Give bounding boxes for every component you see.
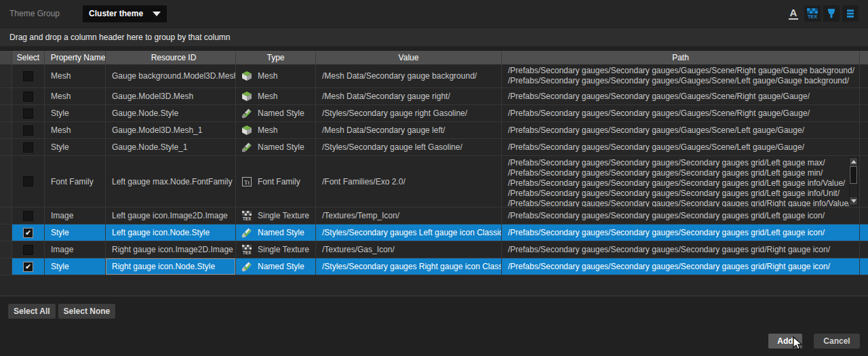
cell-resource-id[interactable]: Gauge.Node.Style_1 [106,139,236,155]
cell-type[interactable]: Mesh [236,64,316,87]
texture-icon[interactable]: TEX [804,5,821,22]
cell-property-name[interactable]: Style [45,224,106,241]
table-row[interactable]: Style Gauge.Node.Style Named Style /Styl… [0,105,868,122]
cell-type[interactable]: Mesh [236,88,316,104]
scrollbar-thumb[interactable] [850,166,857,184]
cell-type[interactable]: Named Style [236,224,316,241]
select-none-button[interactable]: Select None [58,304,116,319]
header-resource-id[interactable]: Resource ID [106,51,236,64]
cell-sliver [860,207,868,224]
header-corner [0,51,12,64]
scroll-down-icon[interactable] [850,197,857,205]
cell-path[interactable]: /Prefabs/Secondary gauges/Secondary gaug… [502,156,860,207]
cell-value[interactable]: /Font Families/Exo 2.0/ [316,156,502,207]
header-sliver [860,51,868,64]
style-icon[interactable] [823,5,840,22]
header-property-name[interactable]: Property Name [45,51,106,64]
cell-resource-id[interactable]: Left gauge max.Node.FontFamily [106,156,236,207]
table-row[interactable]: Style Right gauge icon.Node.Style Named … [0,258,868,275]
cell-path[interactable]: /Prefabs/Secondary gauges/Secondary gaug… [502,88,860,104]
table-row[interactable]: Style Gauge.Node.Style_1 Named Style /St… [0,139,868,156]
table-row[interactable]: Mesh Gauge.Model3D.Mesh Mesh /Mesh Data/… [0,88,868,105]
table-row[interactable]: Image Left gauge icon.Image2D.Image TEX … [0,207,868,224]
row-checkbox[interactable] [23,92,33,102]
row-checkbox[interactable] [23,245,33,255]
cell-property-name[interactable]: Mesh [45,122,106,138]
row-checkbox[interactable] [23,228,33,238]
cell-value[interactable]: /Styles/Secondary gauges Right gauge ico… [316,258,502,275]
row-checkbox[interactable] [23,71,33,81]
add-button[interactable]: Add [768,334,802,349]
header-select[interactable]: Select [12,51,45,64]
table-row[interactable]: Mesh Gauge background.Model3D.Mesh Mesh … [0,64,868,88]
cell-property-name[interactable]: Style [45,258,106,275]
font-icon[interactable]: A [785,5,802,22]
cell-value[interactable]: /Styles/Secondary gauge left Gasoline/ [316,139,502,155]
cell-property-name[interactable]: Font Family [45,156,106,207]
cell-property-name[interactable]: Mesh [45,64,106,87]
cell-path[interactable]: /Prefabs/Secondary gauges/Secondary gaug… [502,64,860,87]
cancel-button[interactable]: Cancel [814,334,860,349]
cell-resource-id[interactable]: Gauge background.Model3D.Mesh [106,64,236,87]
scroll-up-icon[interactable] [850,158,857,165]
cell-value[interactable]: /Textures/Gas_Icon/ [316,241,502,258]
cell-type[interactable]: Named Style [236,258,316,275]
cell-resource-id[interactable]: Right gauge icon.Image2D.Image [106,241,236,258]
table-row[interactable]: Style Left gauge icon.Node.Style Named S… [0,224,868,241]
cell-property-name[interactable]: Mesh [45,88,106,104]
cell-value[interactable]: /Textures/Temp_Icon/ [316,207,502,224]
cell-resource-id[interactable]: Gauge.Model3D.Mesh [106,88,236,104]
cell-type[interactable]: TEX Single Texture [236,241,316,258]
cell-resource-id[interactable]: Right gauge icon.Node.Style [106,258,236,275]
cell-type[interactable]: Mesh [236,122,316,138]
top-bar: Theme Group Cluster theme A TEX [0,0,868,27]
cell-resource-id[interactable]: Gauge.Model3D.Mesh_1 [106,122,236,138]
row-checkbox[interactable] [23,142,33,153]
theme-dropdown[interactable]: Cluster theme [83,5,167,22]
cell-path[interactable]: /Prefabs/Secondary gauges/Secondary gaug… [502,139,860,155]
cell-resource-id[interactable]: Left gauge icon.Image2D.Image [106,207,236,224]
list-icon[interactable] [842,5,859,22]
cell-type[interactable]: Tt Font Family [236,156,316,207]
header-path[interactable]: Path [502,51,860,64]
cell-value[interactable]: /Mesh Data/Secondary gauge left/ [316,122,502,138]
row-indicator [0,258,12,275]
row-indicator [0,88,12,104]
cell-type[interactable]: Named Style [236,139,316,155]
row-checkbox[interactable] [23,108,33,119]
cell-resource-id[interactable]: Gauge.Node.Style [106,105,236,121]
path-scrollbar[interactable] [849,157,858,205]
group-by-bar[interactable]: Drag and drop a column header here to gr… [0,27,868,46]
cell-type[interactable]: TEX Single Texture [236,207,316,224]
cell-property-name[interactable]: Image [45,207,106,224]
cell-path[interactable]: /Prefabs/Secondary gauges/Secondary gaug… [502,258,860,275]
table-row[interactable]: Font Family Left gauge max.Node.FontFami… [0,156,868,207]
cell-path[interactable]: /Prefabs/Secondary gauges/Secondary gaug… [502,207,860,224]
cell-type[interactable]: Named Style [236,105,316,121]
row-checkbox[interactable] [23,262,33,272]
cell-path[interactable]: /Prefabs/Secondary gauges/Secondary gaug… [502,122,860,138]
cell-path[interactable]: /Prefabs/Secondary gauges/Secondary gaug… [502,105,860,121]
table-header: Select Property Name Resource ID Type Va… [0,51,868,64]
select-all-button[interactable]: Select All [8,304,56,319]
row-checkbox[interactable] [23,176,33,186]
cell-property-name[interactable]: Style [45,105,106,121]
svg-text:Tt: Tt [244,178,250,185]
cell-value[interactable]: /Mesh Data/Secondary gauge right/ [316,88,502,104]
row-indicator [0,224,12,241]
svg-text:TEX: TEX [243,250,252,255]
cell-path[interactable]: /Prefabs/Secondary gauges/Secondary gaug… [502,241,860,258]
cell-property-name[interactable]: Image [45,241,106,258]
table-row[interactable]: Image Right gauge icon.Image2D.Image TEX… [0,241,868,258]
cell-value[interactable]: /Styles/Secondary gauge right Gasoline/ [316,105,502,121]
table-row[interactable]: Mesh Gauge.Model3D.Mesh_1 Mesh /Mesh Dat… [0,122,868,139]
header-value[interactable]: Value [316,51,502,64]
row-checkbox[interactable] [23,125,33,136]
cell-resource-id[interactable]: Left gauge icon.Node.Style [106,224,236,241]
cell-path[interactable]: /Prefabs/Secondary gauges/Secondary gaug… [502,224,860,241]
cell-value[interactable]: /Mesh Data/Secondary gauge background/ [316,64,502,87]
cell-value[interactable]: /Styles/Secondary gauges Left gauge icon… [316,224,502,241]
cell-property-name[interactable]: Style [45,139,106,155]
row-checkbox[interactable] [23,211,33,221]
header-type[interactable]: Type [236,51,316,64]
